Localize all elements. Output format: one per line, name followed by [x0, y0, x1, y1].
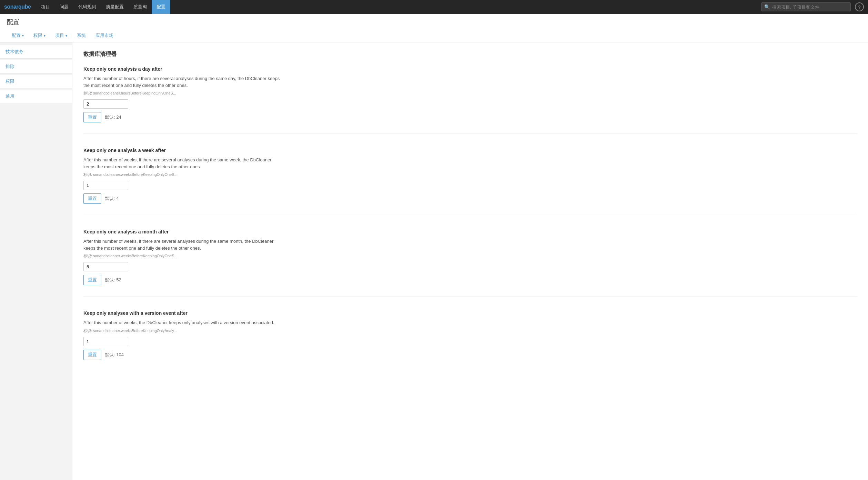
setting-name-2: Keep only one analysis a week after [83, 148, 857, 153]
setting-key-3: 标识: sonar.dbcleaner.weeksBeforeKeepingOn… [83, 253, 857, 259]
setting-key-4: 标识: sonar.dbcleaner.weeksBeforeKeepingOn… [83, 328, 857, 333]
sidebar-item-tech-debt[interactable]: 技术债务 [0, 45, 72, 59]
setting-description-3: After this number of weeks, if there are… [83, 238, 283, 251]
chevron-down-icon: ▾ [44, 34, 46, 38]
default-text-1: 默认: 24 [105, 114, 121, 120]
setting-name-3: Keep only one analysis a month after [83, 229, 857, 234]
setting-input-4[interactable] [83, 337, 128, 346]
help-button[interactable]: ? [855, 2, 864, 11]
search-icon: 🔍 [764, 4, 770, 10]
sidebar-item-general[interactable]: 通用 [0, 90, 72, 103]
nav-item-projects[interactable]: 项目 [36, 0, 55, 14]
subnav-item-permissions[interactable]: 权限▾ [29, 30, 50, 42]
reset-button-4[interactable]: 重置 [83, 350, 101, 360]
nav-item-issues[interactable]: 问题 [55, 0, 73, 14]
default-text-2: 默认: 4 [105, 196, 119, 202]
setting-description-2: After this number of weeks, if there are… [83, 157, 283, 170]
top-navigation: sonarqube 项目 问题 代码规则 质量配置 质量阀 配置 🔍 ? [0, 0, 868, 14]
subnav-item-system[interactable]: 系统 [72, 30, 91, 42]
subnav-item-projects[interactable]: 项目▾ [50, 30, 72, 42]
reset-button-2[interactable]: 重置 [83, 193, 101, 204]
setting-description-4: After this number of weeks, the DbCleane… [83, 319, 283, 326]
setting-control-2: 重置 默认: 4 [83, 193, 857, 204]
page-header: 配置 配置▾ 权限▾ 项目▾ 系统 应用市场 [0, 14, 868, 42]
page-title: 配置 [7, 18, 861, 26]
nav-item-rules[interactable]: 代码规则 [73, 0, 101, 14]
setting-control-4: 重置 默认: 104 [83, 350, 857, 360]
setting-name-4: Keep only analyses with a version event … [83, 310, 857, 316]
sidebar-item-permissions[interactable]: 权限 [0, 75, 72, 88]
nav-item-settings[interactable]: 配置 [152, 0, 170, 14]
page-layout: 技术债务 排除 权限 通用 数据库清理器 Keep only one analy… [0, 42, 868, 480]
nav-item-quality-profiles[interactable]: 质量配置 [101, 0, 129, 14]
sidebar: 技术债务 排除 权限 通用 [0, 42, 72, 480]
setting-control-3: 重置 默认: 52 [83, 275, 857, 285]
setting-input-3[interactable] [83, 262, 128, 271]
chevron-down-icon: ▾ [22, 34, 24, 38]
setting-block-1: Keep only one analysis a day after After… [83, 66, 857, 134]
setting-block-3: Keep only one analysis a month after Aft… [83, 229, 857, 297]
section-title: 数据库清理器 [83, 51, 857, 58]
nav-item-quality-gates[interactable]: 质量阀 [129, 0, 152, 14]
default-text-4: 默认: 104 [105, 352, 124, 358]
default-text-3: 默认: 52 [105, 277, 121, 283]
setting-block-4: Keep only analyses with a version event … [83, 310, 857, 371]
search-input[interactable] [772, 4, 848, 10]
logo[interactable]: sonarqube [4, 4, 31, 10]
setting-name-1: Keep only one analysis a day after [83, 66, 857, 72]
setting-input-1[interactable] [83, 99, 128, 109]
setting-key-1: 标识: sonar.dbcleaner.hoursBeforeKeepingOn… [83, 91, 857, 96]
search-box: 🔍 [761, 2, 851, 11]
sub-navigation: 配置▾ 权限▾ 项目▾ 系统 应用市场 [7, 30, 861, 42]
setting-description-1: After this number of hours, if there are… [83, 75, 283, 89]
setting-control-1: 重置 默认: 24 [83, 112, 857, 122]
setting-key-2: 标识: sonar.dbcleaner.weeksBeforeKeepingOn… [83, 172, 857, 177]
reset-button-3[interactable]: 重置 [83, 275, 101, 285]
setting-block-2: Keep only one analysis a week after Afte… [83, 148, 857, 215]
chevron-down-icon: ▾ [65, 34, 67, 38]
setting-input-2[interactable] [83, 181, 128, 190]
reset-button-1[interactable]: 重置 [83, 112, 101, 122]
main-content: 数据库清理器 Keep only one analysis a day afte… [72, 42, 868, 480]
subnav-item-marketplace[interactable]: 应用市场 [91, 30, 118, 42]
subnav-item-config[interactable]: 配置▾ [7, 30, 29, 42]
sidebar-item-exclusions[interactable]: 排除 [0, 60, 72, 73]
logo-text: sonarqube [4, 4, 31, 10]
